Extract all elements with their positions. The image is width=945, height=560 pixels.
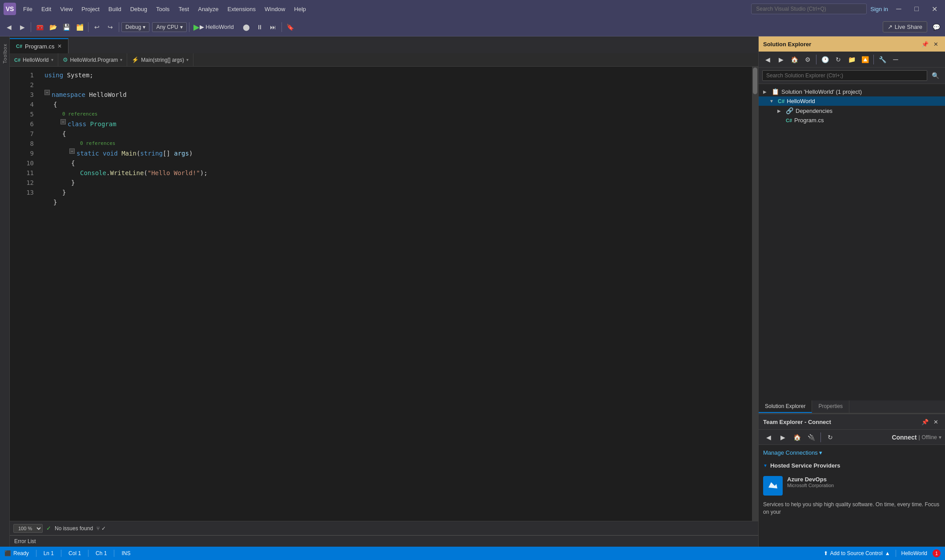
sol-search-input[interactable] [762, 70, 927, 81]
manage-connections-link[interactable]: Manage Connections ▾ [763, 449, 941, 456]
undo-button[interactable]: ↩ [91, 21, 103, 33]
platform-dropdown[interactable]: Any CPU ▾ [152, 22, 186, 32]
sol-settings-btn[interactable]: ⚙ [801, 53, 814, 66]
pin-button[interactable]: 📌 [920, 39, 930, 49]
back-button[interactable]: ◀ [3, 21, 15, 33]
editor-scrollbar[interactable] [752, 67, 758, 521]
menu-build[interactable]: Build [105, 4, 125, 14]
forward-button[interactable]: ▶ [16, 21, 28, 33]
sol-clock-btn[interactable]: 🕐 [819, 53, 831, 66]
sol-forward-btn[interactable]: ▶ [775, 53, 787, 66]
save-all-button[interactable]: 🗂️ [73, 21, 86, 33]
menu-window[interactable]: Window [261, 4, 289, 14]
zoom-select[interactable]: 100 % [13, 524, 43, 533]
panel-header-btns: 📌 ✕ [920, 39, 941, 49]
sol-wrench-btn[interactable]: 🔧 [876, 53, 889, 66]
team-refresh-btn[interactable]: ↻ [824, 431, 836, 444]
notification-bell[interactable]: 1 [933, 549, 941, 557]
breakpoints-button[interactable]: ⬤ [240, 21, 253, 33]
dep-expand-icon[interactable]: ▶ [777, 108, 784, 113]
sol-sync-btn[interactable]: ↻ [832, 53, 844, 66]
right-panel: Solution Explorer 📌 ✕ ◀ ▶ 🏠 ⚙ 🕐 ↻ 📁 🔼 🔧 … [758, 36, 945, 547]
sol-home-btn[interactable]: 🏠 [788, 53, 800, 66]
code-line-11: } [44, 188, 752, 197]
nav-segment-1[interactable]: C# HelloWorld ▾ [10, 53, 58, 66]
editor-footer: 100 % ✓ No issues found ⑂ ✓ [10, 521, 758, 535]
minimize-button[interactable]: ─ [892, 3, 906, 15]
source-control-item[interactable]: ⬆ Add to Source Control ▲ [824, 550, 890, 556]
toolbox-button[interactable]: 🧰 [33, 21, 46, 33]
pause-button[interactable]: ⏸ [253, 21, 266, 33]
live-share-button[interactable]: ↗ Live Share [883, 21, 927, 32]
config-dropdown[interactable]: Debug ▾ [121, 22, 149, 32]
menu-edit[interactable]: Edit [38, 4, 55, 14]
code-line-12: } [44, 197, 752, 207]
team-close-button[interactable]: ✕ [931, 417, 941, 427]
tab-solution-explorer[interactable]: Solution Explorer [759, 400, 812, 413]
sol-folder-btn[interactable]: 📁 [845, 53, 858, 66]
close-button[interactable]: ✕ [927, 3, 941, 15]
nav-segment-3[interactable]: ⚡ Main(string[] args) ▾ [127, 53, 193, 66]
tree-program-cs[interactable]: ▶ C# Program.cs [759, 116, 945, 125]
code-content[interactable]: using System; − namespace HelloWorld { 0… [41, 67, 752, 521]
bookmark-button[interactable]: 🔖 [284, 21, 297, 33]
team-forward-btn[interactable]: ▶ [776, 431, 789, 444]
menu-extensions[interactable]: Extensions [224, 4, 259, 14]
ready-label: Ready [13, 550, 29, 556]
nav-segment-2[interactable]: ⚙ HelloWorld.Program ▾ [58, 53, 128, 66]
sol-back-btn[interactable]: ◀ [761, 53, 774, 66]
menu-tools[interactable]: Tools [153, 4, 173, 14]
close-panel-button[interactable]: ✕ [931, 39, 941, 49]
vertical-scrollbar[interactable] [753, 68, 757, 94]
offline-text: Offline [922, 434, 937, 440]
git-branch[interactable]: ⑂ ✓ [97, 525, 106, 532]
status-sep-2 [61, 550, 61, 557]
sol-publish-btn[interactable]: 🔼 [859, 53, 871, 66]
azure-devops-item[interactable]: Azure DevOps Microsoft Corporation [763, 473, 941, 498]
sol-minus-btn[interactable]: ─ [889, 53, 902, 66]
team-home-btn[interactable]: 🏠 [791, 431, 803, 444]
tree-dependencies[interactable]: ▶ 🔗 Dependencies [759, 106, 945, 116]
maximize-button[interactable]: □ [909, 3, 924, 15]
menu-analyze[interactable]: Analyze [194, 4, 222, 14]
sol-search-container: 🔍 [759, 68, 945, 84]
team-pin-button[interactable]: 📌 [920, 417, 930, 427]
run-button[interactable]: ▶ ▶ HelloWorld [192, 22, 236, 32]
team-explorer-header: Team Explorer - Connect 📌 ✕ [759, 414, 945, 430]
step-over-button[interactable]: ⏭ [267, 21, 279, 33]
program-cs-tab[interactable]: C# Program.cs ✕ [10, 38, 68, 53]
team-back-btn[interactable]: ◀ [762, 431, 775, 444]
open-button[interactable]: 📂 [47, 21, 59, 33]
offline-label: | [918, 434, 920, 440]
fold-3[interactable]: − [44, 90, 50, 95]
fold-7[interactable]: − [69, 148, 75, 154]
tab-properties[interactable]: Properties [812, 400, 849, 413]
sign-in-button[interactable]: Sign in [870, 6, 888, 12]
tree-solution[interactable]: ▶ 📋 Solution 'HelloWorld' (1 project) [759, 87, 945, 96]
title-search-input[interactable] [751, 4, 867, 14]
solution-expand-icon[interactable]: ▶ [763, 89, 769, 94]
hosted-collapse-icon[interactable]: ▼ [763, 463, 768, 468]
menu-test[interactable]: Test [175, 4, 193, 14]
menu-project[interactable]: Project [78, 4, 103, 14]
status-sep-4 [114, 550, 114, 557]
code-line-8: { [44, 158, 752, 168]
team-content: Manage Connections ▾ ▼ Hosted Service Pr… [759, 445, 945, 547]
menu-help[interactable]: Help [290, 4, 310, 14]
tab-close-icon[interactable]: ✕ [57, 43, 62, 49]
service-info: Azure DevOps Microsoft Corporation [787, 476, 834, 488]
fold-5[interactable]: − [60, 119, 66, 124]
error-list-label[interactable]: Error List [14, 538, 36, 544]
feedback-button[interactable]: 💬 [930, 21, 942, 33]
project-expand-icon[interactable]: ▼ [769, 99, 776, 104]
check-icon: ✓ [46, 525, 51, 532]
redo-button[interactable]: ↪ [104, 21, 117, 33]
solution-label: Solution 'HelloWorld' (1 project) [781, 88, 862, 95]
sol-search-btn[interactable]: 🔍 [929, 69, 941, 82]
team-plugin-btn[interactable]: 🔌 [805, 431, 817, 444]
menu-debug[interactable]: Debug [127, 4, 151, 14]
menu-file[interactable]: File [20, 4, 36, 14]
save-button[interactable]: 💾 [60, 21, 72, 33]
menu-view[interactable]: View [56, 4, 76, 14]
tree-project[interactable]: ▼ C# HelloWorld [759, 96, 945, 106]
